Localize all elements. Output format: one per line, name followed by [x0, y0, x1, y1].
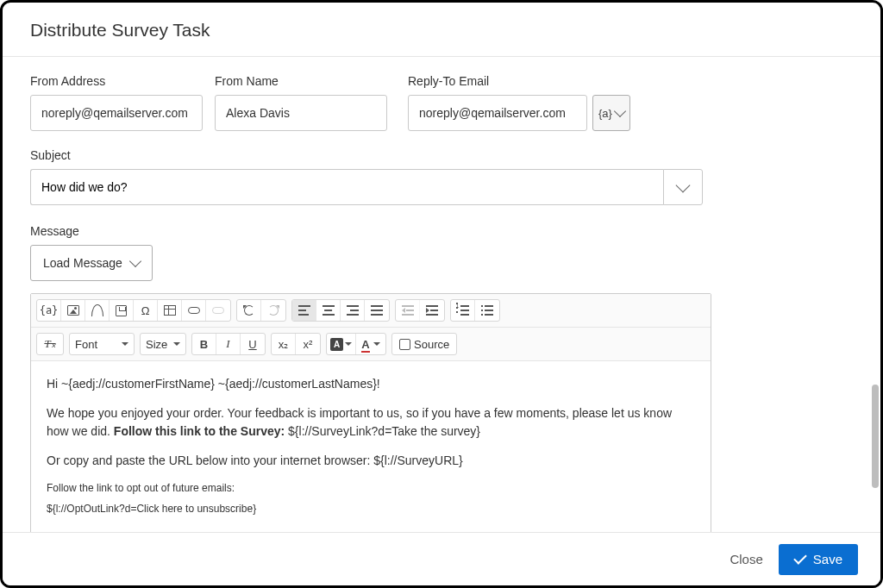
unlink-icon [212, 307, 224, 314]
align-center-icon [323, 305, 335, 316]
bgcolor-icon: A [330, 338, 343, 351]
source-button[interactable]: Source [392, 334, 456, 354]
clear-formatting-button[interactable]: Tₓ [37, 334, 63, 354]
caret-down-icon [345, 342, 352, 346]
chevron-down-icon [676, 178, 691, 193]
modal-frame: Distribute Survey Task From Address From… [0, 0, 883, 588]
reply-to-label: Reply-To Email [408, 74, 630, 88]
msg-greeting: Hi ~{aedj://customerFirstName} ~{aedj://… [47, 375, 695, 392]
modal-body: From Address From Name Reply-To Email {a… [3, 57, 880, 538]
insert-omega-button[interactable]: Ω [134, 300, 158, 321]
redo-button[interactable] [261, 300, 285, 321]
reply-to-token-dropdown[interactable]: {a} [592, 95, 630, 131]
ordered-list-icon [457, 305, 469, 316]
textcolor-icon: A [361, 338, 369, 351]
underline-button[interactable]: U [241, 334, 265, 354]
load-message-label: Load Message [43, 256, 122, 270]
align-right-button[interactable] [341, 300, 365, 321]
undo-icon [244, 305, 254, 316]
bold-button[interactable]: B [192, 334, 216, 354]
save-template-button[interactable] [110, 300, 134, 321]
align-justify-button[interactable] [365, 300, 389, 321]
caret-down-icon [373, 342, 380, 346]
scrollbar-thumb[interactable] [872, 385, 879, 488]
msg-line3: Or copy and paste the URL below into you… [47, 452, 695, 469]
outdent-icon [402, 305, 414, 316]
subject-input[interactable] [30, 169, 663, 205]
insert-table-button[interactable] [158, 300, 182, 321]
msg-optout-label: Follow the link to opt out of future ema… [47, 481, 695, 496]
from-address-input[interactable] [30, 95, 203, 131]
omega-icon: Ω [141, 304, 150, 317]
indent-icon [426, 305, 438, 316]
modal-title: Distribute Survey Task [3, 3, 880, 56]
bgcolor-button[interactable]: A [327, 334, 356, 354]
subject-label: Subject [30, 148, 853, 162]
insert-token-button[interactable]: {a} [37, 300, 61, 321]
editor-content[interactable]: Hi ~{aedj://customerFirstName} ~{aedj://… [31, 361, 711, 537]
align-right-icon [347, 305, 359, 316]
save-label: Save [813, 552, 842, 566]
size-select-label: Size [146, 338, 167, 351]
unordered-list-button[interactable] [475, 300, 499, 321]
unlink-button[interactable] [206, 300, 230, 321]
superscript-icon: x² [304, 338, 313, 351]
caret-down-icon [173, 342, 180, 346]
align-left-icon [298, 305, 310, 316]
msg-optout-link: ${l://OptOutLink?d=Click here to unsubsc… [47, 502, 695, 516]
superscript-button[interactable]: x² [296, 334, 320, 354]
msg-line2: We hope you enjoyed your order. Your fee… [47, 404, 695, 440]
source-icon [399, 339, 410, 350]
richtext-editor: {a} Ω [30, 293, 711, 538]
check-icon [793, 551, 807, 565]
editor-toolbar-row-2: Tₓ Font Size [31, 328, 711, 361]
insert-special-button[interactable] [85, 300, 110, 321]
caret-down-icon [122, 342, 128, 346]
load-message-button[interactable]: Load Message [30, 245, 153, 281]
textcolor-button[interactable]: A [356, 334, 385, 354]
source-label: Source [414, 338, 449, 351]
from-name-input[interactable] [215, 95, 387, 131]
from-name-label: From Name [215, 74, 387, 88]
redo-icon [268, 305, 279, 316]
message-label: Message [30, 224, 853, 238]
align-justify-icon [371, 305, 383, 316]
insert-link-button[interactable] [182, 300, 206, 321]
arch-icon [91, 304, 103, 316]
italic-button[interactable]: I [216, 334, 241, 354]
undo-button[interactable] [237, 300, 261, 321]
msg-line2-link: ${l://SurveyLink?d=Take the survey} [288, 424, 480, 438]
table-icon [164, 305, 176, 316]
subject-dropdown-button[interactable] [663, 169, 703, 205]
align-left-button[interactable] [292, 300, 316, 321]
insert-image-button[interactable] [61, 300, 85, 321]
save-icon [116, 305, 127, 316]
image-icon [67, 305, 79, 316]
chevron-down-icon [129, 255, 141, 267]
align-center-button[interactable] [316, 300, 341, 321]
subscript-icon: x₂ [279, 338, 289, 351]
indent-button[interactable] [420, 300, 444, 321]
ordered-list-button[interactable] [451, 300, 475, 321]
outdent-button[interactable] [396, 300, 420, 321]
editor-toolbar-row-1: {a} Ω [31, 294, 711, 328]
clear-format-icon: Tₓ [44, 337, 55, 351]
chevron-down-icon [614, 105, 626, 117]
size-select[interactable]: Size [141, 334, 185, 354]
from-address-label: From Address [30, 74, 203, 88]
reply-to-input[interactable] [408, 95, 587, 131]
subscript-button[interactable]: x₂ [272, 334, 296, 354]
unordered-list-icon [481, 305, 493, 316]
token-icon: {a} [598, 107, 612, 120]
link-icon [188, 307, 200, 314]
close-button[interactable]: Close [730, 552, 762, 566]
msg-line2-bold: Follow this link to the Survey: [114, 424, 285, 438]
modal-footer: Close Save [3, 532, 880, 585]
font-select[interactable]: Font [70, 334, 134, 354]
save-button[interactable]: Save [779, 544, 858, 575]
font-select-label: Font [75, 338, 97, 351]
